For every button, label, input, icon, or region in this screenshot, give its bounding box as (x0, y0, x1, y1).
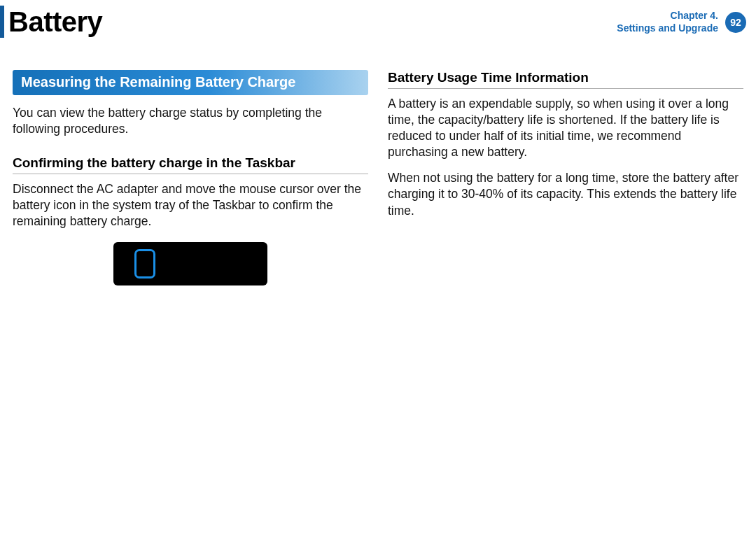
subheading-usage-time: Battery Usage Time Information (388, 70, 743, 89)
usage-paragraph-1: A battery is an expendable supply, so wh… (388, 96, 743, 160)
page-number-badge: 92 (725, 12, 746, 33)
taskbar-paragraph: Disconnect the AC adapter and move the m… (13, 181, 368, 230)
usage-paragraph-2: When not using the battery for a long ti… (388, 170, 743, 218)
subheading-taskbar: Confirming the battery charge in the Tas… (13, 155, 368, 174)
header-meta: Chapter 4. Settings and Upgrade 92 (617, 6, 746, 34)
chapter-line2: Settings and Upgrade (617, 22, 718, 35)
taskbar-illustration (113, 242, 267, 285)
title-wrap: Battery (0, 6, 102, 38)
page-header: Battery Chapter 4. Settings and Upgrade … (0, 0, 756, 38)
taskbar-illustration-wrap (13, 242, 368, 285)
page-root: Battery Chapter 4. Settings and Upgrade … (0, 0, 756, 536)
page-title: Battery (8, 6, 102, 36)
section-heading-measuring: Measuring the Remaining Battery Charge (13, 70, 368, 95)
battery-icon-highlight (134, 249, 155, 278)
chapter-label: Chapter 4. Settings and Upgrade (617, 10, 718, 34)
body-columns: Measuring the Remaining Battery Charge Y… (0, 38, 756, 285)
intro-paragraph: You can view the battery charge status b… (13, 105, 368, 137)
left-column: Measuring the Remaining Battery Charge Y… (13, 70, 368, 285)
chapter-line1: Chapter 4. (617, 10, 718, 22)
right-column: Battery Usage Time Information A battery… (388, 70, 743, 285)
title-accent-bar (0, 6, 4, 38)
